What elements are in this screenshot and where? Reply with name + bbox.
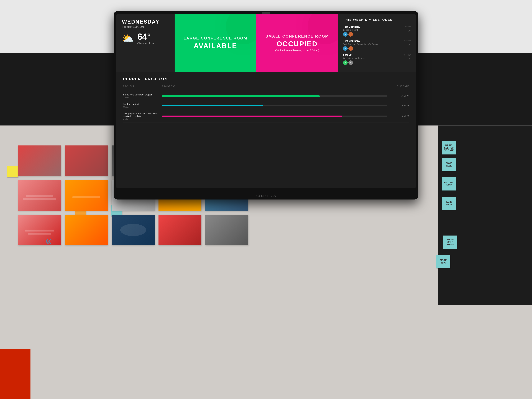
tv-screen: WEDNESDAY February 15th, 2017 ⛅ 64° Chan… <box>116 14 416 188</box>
milestone-avatars-1: T C <box>343 32 402 37</box>
avatar: C <box>348 46 353 51</box>
paper-item <box>65 215 108 245</box>
paper-item <box>18 146 61 176</box>
col-header-progress: Progress <box>162 85 390 88</box>
tv-monitor: WEDNESDAY February 15th, 2017 ⛅ 64° Chan… <box>114 11 418 200</box>
progress-bar-fill-2 <box>162 105 263 106</box>
projects-title: CURRENT PROJECTS <box>123 77 409 81</box>
left-poster <box>0 349 31 399</box>
project-row-1: Some long term test project 20nine April… <box>123 91 409 101</box>
milestone-company-1: Test Company <box>343 25 402 28</box>
conference-rooms: LARGE CONFERENCE ROOM AVAILABLE SMALL CO… <box>175 14 338 72</box>
milestone-info-3: 20NINE 2021 Social Media Meeting 2 N <box>343 54 402 65</box>
milestone-desc-3: 2021 Social Media Meeting <box>343 57 402 59</box>
project-due-text-3: April 22 <box>390 115 409 118</box>
weather-date: February 15th, 2017 <box>122 25 169 28</box>
sticky-note-1: BRING SELF UP TO DATE <box>442 141 456 154</box>
tv-brand-label: SAMSUNG <box>255 195 277 198</box>
paper-item <box>65 180 108 211</box>
project-row-3: This project is over due and isn't marke… <box>123 110 409 122</box>
progress-bar-container-2 <box>162 105 387 106</box>
project-due-3: April 22 <box>390 115 409 118</box>
send-icon-2[interactable]: ➤ <box>408 43 411 47</box>
weather-panel: WEDNESDAY February 15th, 2017 ⛅ 64° Chan… <box>116 14 175 72</box>
milestone-meta-3: Tuesday ➤ <box>403 54 411 61</box>
milestone-company-2: Test Company <box>343 40 402 43</box>
milestone-info-1: Test Company Lorres Billboard T C <box>343 25 402 37</box>
post-it-yellow-1 <box>7 166 18 177</box>
avatar: 2 <box>343 60 348 65</box>
small-conference-room: SMALL CONFERENCE ROOM OCCUPIED (20nine I… <box>256 14 338 72</box>
milestones-panel: THIS WEEK'S MILESTONES Test Company Lorr… <box>338 14 416 72</box>
screen-bottom-section: CURRENT PROJECTS Project Progress Due Da… <box>116 72 416 188</box>
weather-icon: ⛅ <box>122 33 134 44</box>
progress-bar-container-1 <box>162 95 387 97</box>
project-due-text-2: April 22 <box>390 104 409 107</box>
paper-item <box>112 215 155 245</box>
milestone-company-3: 20NINE <box>343 54 402 57</box>
milestone-date-3: Tuesday <box>403 54 411 56</box>
sticky-note-5: BRING SELF THING <box>443 235 457 249</box>
avatar: T <box>343 32 348 37</box>
avatar: T <box>343 46 348 51</box>
send-icon-1[interactable]: ➤ <box>408 29 411 32</box>
weather-temp-block: 64° Chance of rain <box>137 32 155 45</box>
progress-bar-container-3 <box>162 115 387 117</box>
col-header-due: Due Date <box>390 85 409 88</box>
project-progress-col-1 <box>162 95 390 97</box>
milestone-item-1: Test Company Lorres Billboard T C Monday… <box>343 25 411 37</box>
sticky-note-3: ANOTHER NOTE <box>442 177 456 190</box>
paper-item <box>65 146 108 176</box>
milestone-desc-2: Test Company Found Items To Printer <box>343 43 402 45</box>
project-name-col-2: Another project 20nine <box>123 103 162 108</box>
projects-table-header: Project Progress Due Date <box>123 85 409 89</box>
milestone-item-3: 20NINE 2021 Social Media Meeting 2 N Tue… <box>343 54 411 65</box>
paper-item <box>205 215 248 245</box>
small-room-status: OCCUPIED <box>277 40 318 48</box>
milestone-info-2: Test Company Test Company Found Items To… <box>343 40 402 51</box>
milestone-avatars-3: 2 N <box>343 60 402 65</box>
small-room-sub: (20nine Internal Meeting Now - 3:00pm) <box>275 49 319 52</box>
projects-table: Project Progress Due Date Some long term… <box>123 85 409 122</box>
project-row-2: Another project 20nine April 22 <box>123 101 409 110</box>
project-name-3: This project is over due and isn't marke… <box>123 112 162 118</box>
project-due-1: April 22 <box>390 95 409 97</box>
paper-item <box>158 215 202 245</box>
sticky-note-6: MORE INFO <box>437 255 450 268</box>
milestone-date-1: Monday <box>404 25 411 28</box>
screen-top-section: WEDNESDAY February 15th, 2017 ⛅ 64° Chan… <box>116 14 416 72</box>
project-owner-2: 20nine <box>123 106 162 108</box>
project-name-col-1: Some long term test project 20nine <box>123 93 162 99</box>
sticky-note-2: SOME TASK <box>442 158 456 171</box>
projects-section: CURRENT PROJECTS Project Progress Due Da… <box>116 72 416 188</box>
project-due-2: April 22 <box>390 104 409 107</box>
progress-bar-fill-3 <box>162 115 342 117</box>
project-name-1: Some long term test project <box>123 93 162 96</box>
paper-item <box>18 180 61 211</box>
project-progress-col-2 <box>162 105 390 106</box>
project-progress-col-3 <box>162 115 390 117</box>
avatar: N <box>348 60 353 65</box>
weather-description: Chance of rain <box>137 42 155 45</box>
milestone-meta-1: Monday ➤ <box>404 25 411 32</box>
small-room-title: SMALL CONFERENCE ROOM <box>266 34 329 38</box>
project-owner-1: 20nine <box>123 97 162 99</box>
large-room-status: AVAILABLE <box>194 42 237 50</box>
milestone-desc-1: Lorres Billboard <box>343 29 402 31</box>
project-name-2: Another project <box>123 103 162 106</box>
large-conference-room: LARGE CONFERENCE ROOM AVAILABLE <box>175 14 256 72</box>
milestone-item-2: Test Company Test Company Found Items To… <box>343 40 411 51</box>
sticky-note-4: TASK FOUR <box>442 197 456 210</box>
project-due-text-1: April 22 <box>390 95 409 97</box>
col-header-project: Project <box>123 85 162 88</box>
send-icon-3[interactable]: ➤ <box>408 57 411 61</box>
weather-temp: 64° <box>137 32 155 41</box>
logo-chevrons: « <box>39 233 58 248</box>
weather-info: ⛅ 64° Chance of rain <box>122 32 169 45</box>
milestone-meta-2: Tuesday ➤ <box>403 40 411 47</box>
project-name-col-3: This project is over due and isn't marke… <box>123 112 162 120</box>
progress-bar-fill-1 <box>162 95 320 97</box>
avatar: C <box>348 32 353 37</box>
large-room-title: LARGE CONFERENCE ROOM <box>184 36 247 40</box>
project-owner-3: 20nine <box>123 118 162 120</box>
